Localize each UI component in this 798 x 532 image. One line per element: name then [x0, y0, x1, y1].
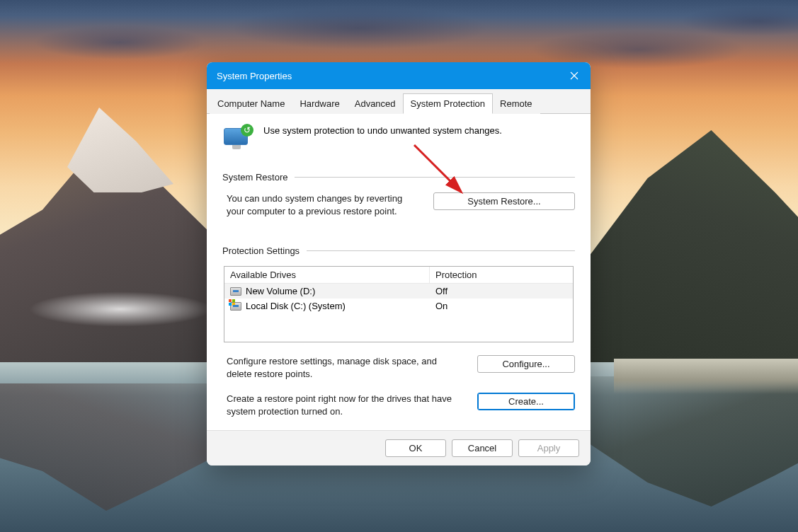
close-button[interactable] [558, 62, 591, 89]
titlebar[interactable]: System Properties [207, 62, 591, 89]
create-description: Create a restore point right now for the… [227, 393, 463, 417]
intro-row: ↺ Use system protection to undo unwanted… [222, 125, 575, 151]
drive-icon [230, 302, 241, 311]
cancel-button[interactable]: Cancel [452, 439, 513, 457]
group-label: Protection Settings [222, 245, 300, 256]
restore-description: You can undo system changes by reverting… [227, 192, 419, 217]
tab-hardware[interactable]: Hardware [292, 93, 347, 114]
desktop-background [614, 359, 798, 394]
group-protection-settings: Protection Settings [222, 245, 575, 256]
tab-remote[interactable]: Remote [492, 93, 540, 114]
table-row[interactable]: New Volume (D:) Off [224, 284, 573, 299]
intro-text: Use system protection to undo unwanted s… [263, 125, 502, 136]
tab-computer-name[interactable]: Computer Name [210, 93, 292, 114]
dialog-button-bar: OK Cancel Apply [207, 430, 591, 466]
system-properties-dialog: System Properties Computer Name Hardware… [207, 62, 591, 466]
create-button[interactable]: Create... [477, 393, 575, 410]
drive-name: Local Disk (C:) (System) [246, 301, 346, 311]
configure-button[interactable]: Configure... [477, 355, 575, 373]
drive-protection: Off [430, 284, 573, 299]
table-row[interactable]: Local Disk (C:) (System) On [224, 299, 573, 313]
tab-strip: Computer Name Hardware Advanced System P… [207, 89, 591, 114]
drive-icon [230, 287, 241, 296]
drive-protection: On [430, 299, 573, 313]
tab-panel: ↺ Use system protection to undo unwanted… [207, 114, 591, 430]
system-restore-button[interactable]: System Restore... [433, 192, 575, 210]
close-icon [570, 71, 578, 80]
col-drives: Available Drives [224, 267, 430, 283]
ok-button[interactable]: OK [385, 439, 446, 457]
group-label: System Restore [222, 172, 287, 183]
tab-advanced[interactable]: Advanced [347, 93, 404, 114]
drives-table[interactable]: Available Drives Protection New Volume (… [224, 266, 574, 342]
desktop-background [28, 291, 212, 327]
col-protection: Protection [430, 267, 573, 283]
system-protection-icon: ↺ [222, 125, 252, 151]
configure-description: Configure restore settings, manage disk … [227, 355, 463, 380]
group-system-restore: System Restore [222, 172, 575, 183]
apply-button[interactable]: Apply [518, 439, 579, 457]
tab-system-protection[interactable]: System Protection [403, 93, 494, 114]
table-header: Available Drives Protection [224, 267, 573, 284]
window-title: System Properties [217, 71, 292, 81]
drive-name: New Volume (D:) [246, 286, 315, 296]
